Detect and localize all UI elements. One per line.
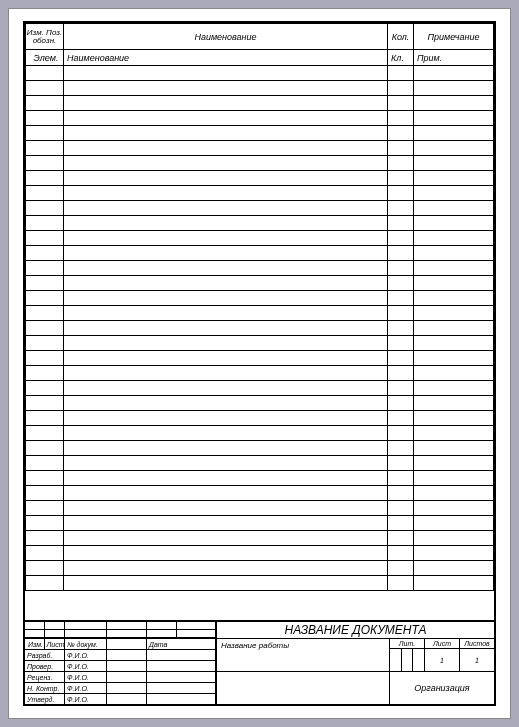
table-row bbox=[26, 516, 494, 531]
table-row bbox=[26, 231, 494, 246]
table-row bbox=[26, 291, 494, 306]
table-row bbox=[26, 321, 494, 336]
table-row bbox=[26, 81, 494, 96]
stamp-right: Название работы Лит. Лист Листов 1 1 bbox=[217, 639, 494, 704]
table-row bbox=[26, 411, 494, 426]
table-row bbox=[26, 96, 494, 111]
stamp-header-row: Изм. Лист № докум. Дата bbox=[25, 639, 215, 649]
table-row bbox=[26, 141, 494, 156]
sig-name: Ф.И.О. bbox=[65, 650, 107, 660]
table-row bbox=[26, 546, 494, 561]
stamp-h-ndoc: № докум. bbox=[65, 639, 107, 649]
table-row bbox=[26, 486, 494, 501]
sig-name: Ф.И.О. bbox=[65, 661, 107, 671]
table-row bbox=[26, 276, 494, 291]
title-block-top-left bbox=[25, 622, 217, 638]
header-name: Наименование bbox=[64, 24, 388, 50]
table-row bbox=[26, 306, 494, 321]
sig-role: Н. Контр. bbox=[25, 683, 65, 693]
sig-role: Разраб. bbox=[25, 650, 65, 660]
document-title: НАЗВАНИЕ ДОКУМЕНТА bbox=[217, 622, 494, 638]
signature-row: Реценз. Ф.И.О. bbox=[25, 671, 215, 682]
sig-role: Реценз. bbox=[25, 672, 65, 682]
document-frame: Изм. Поз. обозн. Наименование Кол. Приме… bbox=[23, 21, 496, 706]
table-row bbox=[26, 381, 494, 396]
work-title: Название работы bbox=[217, 639, 389, 671]
table-row bbox=[26, 336, 494, 351]
signature-row: Разраб. Ф.И.О. bbox=[25, 649, 215, 660]
lit-h2: Лист bbox=[425, 639, 460, 648]
table-row bbox=[26, 126, 494, 141]
spec-table: Изм. Поз. обозн. Наименование Кол. Приме… bbox=[25, 23, 494, 591]
signature-row: Н. Контр. Ф.И.О. bbox=[25, 682, 215, 693]
table-row bbox=[26, 501, 494, 516]
table-row bbox=[26, 111, 494, 126]
table-row bbox=[26, 396, 494, 411]
lit-h1: Лит. bbox=[390, 639, 425, 648]
table-row bbox=[26, 261, 494, 276]
stamp-h-date: Дата bbox=[147, 639, 215, 649]
subheader-kl: Кл. bbox=[388, 50, 414, 66]
organization: Организация bbox=[389, 672, 494, 704]
sig-role: Провер. bbox=[25, 661, 65, 671]
table-row bbox=[26, 246, 494, 261]
subheader-name: Наименование bbox=[64, 50, 388, 66]
stamp-h-sign bbox=[107, 639, 147, 649]
table-row bbox=[26, 156, 494, 171]
signature-row: Провер. Ф.И.О. bbox=[25, 660, 215, 671]
table-row bbox=[26, 351, 494, 366]
page: Изм. Поз. обозн. Наименование Кол. Приме… bbox=[8, 8, 511, 719]
table-body bbox=[26, 66, 494, 591]
table-row bbox=[26, 186, 494, 201]
lit-v3: 1 bbox=[460, 649, 494, 671]
table-row bbox=[26, 216, 494, 231]
stamp-h-izm: Изм. bbox=[25, 639, 45, 649]
table-row bbox=[26, 366, 494, 381]
sig-name: Ф.И.О. bbox=[65, 672, 107, 682]
sig-name: Ф.И.О. bbox=[65, 694, 107, 704]
table-row bbox=[26, 66, 494, 81]
stamp-h-list: Лист bbox=[45, 639, 65, 649]
header-note: Примечание bbox=[414, 24, 494, 50]
table-row bbox=[26, 531, 494, 546]
table-row bbox=[26, 576, 494, 591]
subheader-prim: Прим. bbox=[414, 50, 494, 66]
table-row bbox=[26, 426, 494, 441]
table-row bbox=[26, 561, 494, 576]
table-header-row: Изм. Поз. обозн. Наименование Кол. Приме… bbox=[26, 24, 494, 50]
header-qty: Кол. bbox=[388, 24, 414, 50]
subheader-elem: Элем. bbox=[26, 50, 64, 66]
sig-role: Утверд. bbox=[25, 694, 65, 704]
table-row bbox=[26, 471, 494, 486]
table-subheader-row: Элем. Наименование Кл. Прим. bbox=[26, 50, 494, 66]
signature-row: Утверд. Ф.И.О. bbox=[25, 693, 215, 704]
sig-name: Ф.И.О. bbox=[65, 683, 107, 693]
table-row bbox=[26, 201, 494, 216]
table-row bbox=[26, 456, 494, 471]
title-block: НАЗВАНИЕ ДОКУМЕНТА Изм. Лист № докум. Да… bbox=[25, 620, 494, 704]
lit-block: Лит. Лист Листов 1 1 bbox=[389, 639, 494, 671]
lit-v2: 1 bbox=[425, 649, 460, 671]
table-row bbox=[26, 171, 494, 186]
header-pos: Изм. Поз. обозн. bbox=[26, 24, 64, 50]
table-row bbox=[26, 441, 494, 456]
stamp-left: Изм. Лист № докум. Дата Разраб. Ф.И.О. П… bbox=[25, 639, 217, 704]
lit-h3: Листов bbox=[460, 639, 494, 648]
